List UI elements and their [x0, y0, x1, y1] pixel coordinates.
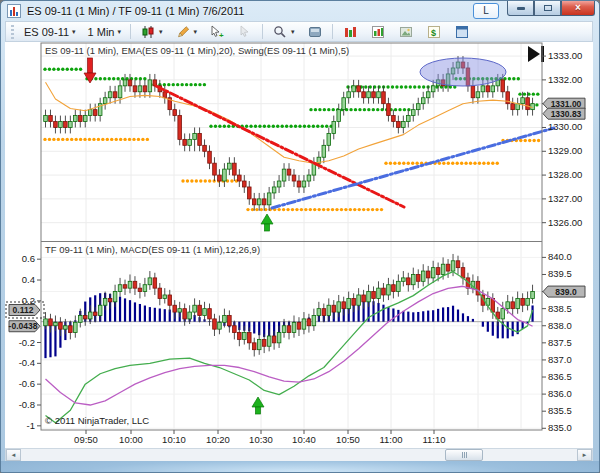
macd-average-line — [46, 286, 533, 405]
scrollbar-thumb[interactable] — [445, 449, 483, 461]
dollar-icon: $ — [426, 24, 442, 39]
toolbar: ES 09-11 ▾ 1 Min ▾ ▾ ▾ + — [5, 21, 593, 42]
drawing-tools-button[interactable]: ▾ — [169, 23, 204, 41]
price-axis-label: 836.0 — [548, 388, 572, 399]
window-bottom-border — [1, 461, 599, 472]
chart-area[interactable]: 1333.001332.001331.001330.001329.001328.… — [5, 42, 593, 448]
chevron-down-icon: ▾ — [159, 28, 163, 36]
tf-last-price-marker: 839.0 — [543, 286, 585, 297]
zoom-button[interactable]: ▾ — [266, 23, 301, 41]
marker-value: 1330.83 — [551, 109, 582, 119]
macd-avg-value-marker: -0.0438 — [9, 321, 40, 332]
last-price-marker: 1331.00 — [543, 98, 585, 109]
magnifier-icon — [272, 24, 288, 39]
macd-axis-label: 0.6 — [22, 253, 35, 264]
scroll-right-button[interactable]: ► — [577, 449, 592, 461]
ellipse-drawing[interactable] — [420, 58, 506, 86]
marker-value: 839.0 — [555, 287, 577, 297]
macd-axis-label: -0.4 — [19, 357, 35, 368]
chart-window: ES 09-11 (1 Min) / TF 09-11 (1 Min) 7/6/… — [0, 0, 600, 473]
price-axis-label: 1327.00 — [548, 193, 582, 204]
properties-button[interactable] — [448, 23, 476, 41]
chevron-down-icon: ▾ — [72, 28, 76, 36]
instrument-selector[interactable]: ES 09-11 ▾ — [18, 23, 82, 41]
macd-axis-label: 0.4 — [22, 274, 35, 285]
toolbar-separator — [262, 24, 263, 39]
account-data-button[interactable]: $ — [420, 23, 448, 41]
macd-value-marker[interactable]: 0.112 — [6, 302, 44, 318]
chart-image-button[interactable] — [392, 23, 420, 41]
chevron-down-icon: ▾ — [291, 28, 295, 36]
window-title: ES 09-11 (1 Min) / TF 09-11 (1 Min) 7/6/… — [27, 5, 244, 17]
strategies-button[interactable] — [364, 23, 392, 41]
price-axis-label: 1329.00 — [548, 145, 582, 156]
swing-low-dots — [43, 138, 540, 212]
time-axis-label: 09:50 — [74, 434, 98, 445]
bottom-panel-label: TF 09-11 (1 Min), MACD(ES 09-11 (1 Min),… — [45, 244, 260, 255]
strategy-icon — [370, 24, 386, 39]
price-axis-label: 1328.00 — [548, 169, 582, 180]
candlestick-icon — [140, 24, 156, 39]
price-axis-label: 837.5 — [548, 337, 572, 348]
cursor-add-button[interactable]: + — [203, 23, 231, 41]
horizontal-scrollbar: ◄ ► — [5, 448, 593, 462]
instrument-label: ES 09-11 — [24, 26, 69, 38]
chart-style-button[interactable]: ▾ — [134, 23, 169, 41]
cursor-icon — [237, 24, 253, 39]
snapshot-button[interactable] — [301, 23, 329, 41]
macd-axis-label: -0.8 — [19, 399, 35, 410]
price-axis-label: 838.0 — [548, 320, 572, 331]
price-axis-label: 838.5 — [548, 303, 572, 314]
price-axis-label: 839.5 — [548, 268, 572, 279]
time-axis-label: 10:30 — [249, 434, 273, 445]
time-axis-label: 10:10 — [162, 434, 186, 445]
close-button[interactable]: × — [561, 1, 595, 16]
ema-value-marker: 1330.83 — [543, 108, 585, 119]
indicators-button[interactable] — [336, 23, 364, 41]
image-icon — [398, 24, 414, 39]
toolbar-separator — [332, 24, 333, 39]
cursor-button[interactable] — [231, 23, 259, 41]
app-icon — [7, 4, 21, 18]
time-axis-label: 10:20 — [206, 434, 230, 445]
macd-up-arrow-marker[interactable] — [252, 397, 264, 414]
chevron-down-icon: ▾ — [194, 28, 198, 36]
price-axis-label: 835.5 — [548, 405, 572, 416]
macd-line — [46, 272, 533, 423]
price-axis-label: 840.0 — [548, 251, 572, 262]
chart-svg[interactable]: 1333.001332.001331.001330.001329.001328.… — [5, 42, 593, 448]
minimize-button[interactable] — [507, 1, 534, 16]
marker-value: -0.0438 — [9, 321, 38, 331]
interval-selector[interactable]: 1 Min ▾ — [82, 23, 127, 41]
price-axis-label: 1326.00 — [548, 217, 582, 228]
svg-text:+: + — [219, 31, 224, 39]
toolbar-grip[interactable] — [11, 25, 14, 39]
marker-value: 0.112 — [13, 305, 34, 315]
price-axis-label: 835.0 — [548, 422, 572, 433]
chevron-down-icon: ▾ — [117, 28, 121, 36]
scroll-left-button[interactable]: ◄ — [6, 449, 21, 461]
svg-text:$: $ — [431, 27, 436, 37]
pencil-icon — [175, 24, 191, 39]
scrollbar-track[interactable] — [21, 449, 577, 461]
maximize-icon — [544, 5, 552, 11]
indicators-icon — [342, 24, 358, 39]
interval-label: 1 Min — [88, 26, 115, 38]
time-axis-label: 10:00 — [119, 434, 143, 445]
minimize-icon — [517, 7, 525, 10]
cursor-plus-icon: + — [209, 24, 225, 39]
maximize-button[interactable] — [534, 1, 561, 16]
copyright-label: © 2011 NinjaTrader, LLC — [45, 415, 149, 426]
macd-axis-label: -1 — [27, 420, 35, 431]
toolbar-separator — [130, 24, 131, 39]
panel-icon — [307, 24, 323, 39]
up-arrow-marker[interactable] — [261, 214, 273, 231]
tf-candlestick-series — [44, 254, 535, 357]
macd-axis-label: -0.6 — [19, 378, 35, 389]
link-button[interactable]: L — [473, 3, 499, 19]
price-axis-label: 836.5 — [548, 371, 572, 382]
time-axis-label: 11:10 — [422, 434, 445, 445]
top-panel-label: ES 09-11 (1 Min), EMA(ES 09-11 (1 Min),2… — [45, 45, 349, 56]
time-axis-label: 10:40 — [292, 434, 316, 445]
macd-axis-label: -0.2 — [19, 337, 35, 348]
